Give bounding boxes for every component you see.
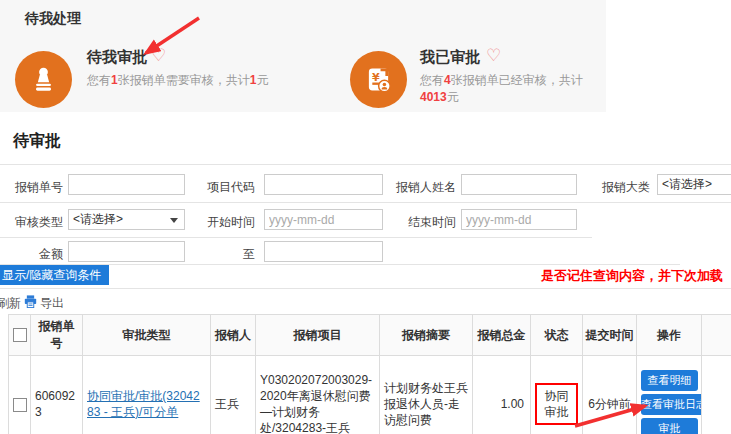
view-detail-button[interactable]: 查看明细: [641, 370, 698, 391]
page-title: 待审批: [13, 131, 61, 152]
panel-title: 待我处理: [25, 10, 81, 28]
divider: [0, 202, 731, 203]
applicant-name-input[interactable]: [461, 174, 577, 195]
todo-summary-panel: 待我处理 待我审批 ♡ 您有1张报销单需要审核，共计1元 ¥: [0, 0, 606, 112]
col-summary: 报销摘要: [380, 315, 473, 356]
cell-spacer: [702, 356, 731, 434]
pending-approval-page: 待我处理 待我审批 ♡ 您有1张报销单需要审核，共计1元 ¥: [0, 0, 731, 434]
pending-count: 1: [111, 73, 118, 87]
row-checkbox[interactable]: [13, 398, 27, 412]
table-row: 6060923 协同审批/审批(3204283 - 王兵)/可分单 王兵 Y03…: [9, 356, 731, 434]
favorite-heart-icon[interactable]: ♡: [151, 47, 166, 64]
yen-document-icon: ¥: [350, 51, 407, 108]
col-status: 状态: [531, 315, 583, 356]
approve-button[interactable]: 审批: [641, 418, 698, 434]
audit-type-select[interactable]: <请选择>: [68, 209, 185, 230]
select-all-checkbox[interactable]: [13, 328, 27, 342]
refresh-button[interactable]: 刷新: [0, 295, 21, 312]
card-pending-approval-desc: 您有1张报销单需要审核，共计1元: [87, 72, 268, 89]
col-total-amount: 报销总金: [473, 315, 531, 356]
favorite-heart-icon[interactable]: ♡: [486, 47, 501, 64]
remember-query-hint: 是否记住查询内容，并下次加载: [541, 267, 723, 285]
cell-applicant: 王兵: [211, 356, 256, 434]
col-actions: 操作: [637, 315, 702, 356]
category-select[interactable]: <请选择>: [657, 174, 731, 195]
card-pending-approval-title[interactable]: 待我审批: [87, 48, 147, 67]
col-spacer: [702, 315, 731, 356]
start-time-input[interactable]: [264, 209, 383, 230]
col-applicant: 报销人: [211, 315, 256, 356]
project-code-label: 项目代码: [197, 179, 255, 196]
printer-icon[interactable]: [24, 295, 37, 308]
divider: [0, 164, 731, 165]
bill-no-label: 报销单号: [5, 179, 63, 196]
card-approved-desc: 您有4张报销单已经审核，共计4013元: [420, 72, 606, 106]
col-approval-type: 审批类型: [83, 315, 211, 356]
amount-min-input[interactable]: [68, 241, 185, 262]
end-time-input[interactable]: [461, 209, 577, 230]
start-time-label: 开始时间: [197, 214, 255, 231]
stamp-icon: [15, 51, 72, 108]
export-button[interactable]: 导出: [40, 295, 64, 312]
toggle-filters-button[interactable]: 显示/隐藏查询条件: [0, 265, 109, 285]
col-bill-no: 报销单号: [31, 315, 83, 356]
cell-submit-time: 6分钟前: [583, 356, 637, 434]
approved-count: 4: [444, 73, 451, 87]
col-submit-time: 提交时间: [583, 315, 637, 356]
col-project: 报销项目: [256, 315, 380, 356]
cell-project: Y030202072003029-2020年离退休慰问费—计划财务处/32042…: [256, 356, 380, 434]
approved-amount: 4013: [420, 90, 447, 104]
cell-bill-no: 6060923: [31, 356, 83, 434]
view-approval-log-button[interactable]: 查看审批日志: [641, 394, 702, 415]
card-approved-title[interactable]: 我已审批: [420, 48, 480, 67]
cell-summary: 计划财务处王兵报退休人员-走访慰问费: [380, 356, 473, 434]
status-badge: 协同审批: [535, 383, 578, 425]
approval-table: 报销单号 审批类型 报销人 报销项目 报销摘要 报销总金 状态 提交时间 操作 …: [8, 314, 731, 434]
audit-type-label: 审核类型: [5, 214, 63, 231]
divider: [0, 237, 592, 238]
bill-no-input[interactable]: [68, 174, 185, 195]
chevron-down-icon: [170, 218, 178, 223]
category-label: 报销大类: [592, 179, 650, 196]
divider: [0, 288, 731, 289]
end-time-label: 结束时间: [386, 214, 456, 231]
amount-label: 金额: [5, 246, 63, 263]
applicant-name-label: 报销人姓名: [386, 179, 456, 196]
table-header-row: 报销单号 审批类型 报销人 报销项目 报销摘要 报销总金 状态 提交时间 操作: [9, 315, 731, 356]
cell-amount: 1.00: [473, 356, 531, 434]
project-code-input[interactable]: [264, 174, 383, 195]
amount-max-input[interactable]: [264, 241, 383, 262]
amount-to-label: 至: [197, 246, 255, 263]
approval-type-link[interactable]: 协同审批/审批(3204283 - 王兵)/可分单: [87, 389, 200, 419]
svg-text:¥: ¥: [372, 71, 380, 84]
